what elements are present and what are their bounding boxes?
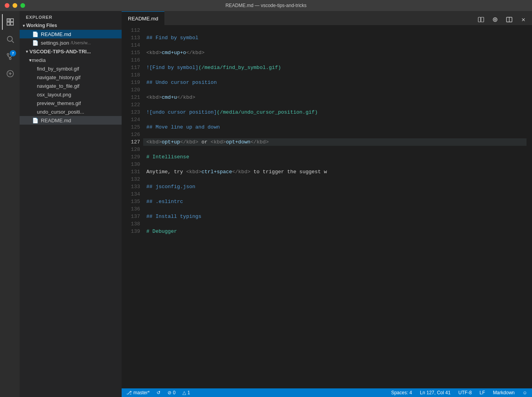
kbd-content: opt+up (162, 138, 180, 146)
code-line-137: ## Install typings (143, 213, 527, 220)
tag-open: <kbd> (146, 49, 162, 56)
search-activity-icon[interactable] (2, 31, 18, 47)
source-control-activity-icon[interactable]: 7 (2, 49, 18, 64)
tag-close: </kbd> (186, 49, 204, 56)
spaces-status[interactable]: Spaces: 4 (390, 388, 414, 397)
sync-icon: ↺ (157, 390, 160, 395)
tag-open: <kbd> (146, 94, 162, 101)
scrollbar[interactable] (527, 25, 532, 388)
media-filename: find_by_symbol.gif (37, 66, 79, 72)
tag-close: </kbd> (177, 94, 195, 101)
tab-readme[interactable]: README.md (122, 11, 164, 25)
code-line-114 (143, 42, 527, 49)
branch-status[interactable]: ⎇ master* (125, 388, 151, 397)
language-status[interactable]: Markdown (491, 388, 516, 397)
media-folder[interactable]: ▾ media (20, 56, 122, 64)
media-label: media (32, 57, 46, 63)
file-item-readme-root[interactable]: 📄 README.md (20, 116, 122, 125)
file-item-readme-working[interactable]: 📄 README.md (20, 30, 122, 38)
code-line-112 (143, 27, 527, 34)
svg-line-2 (12, 41, 14, 43)
minimize-button[interactable] (13, 3, 17, 8)
sync-status[interactable]: ↺ (155, 388, 162, 397)
media-filename: osx_layout.png (37, 92, 71, 98)
file-name: README.md (41, 31, 71, 37)
media-file-1[interactable]: find_by_symbol.gif (20, 64, 122, 73)
tag-close: </kbd> (180, 138, 199, 146)
svg-rect-13 (478, 17, 481, 22)
status-bar: ⎇ master* ↺ ⊘ 0 △ 1 Spaces: 4 Ln 127 (122, 388, 532, 397)
code-editor[interactable]: ## Find by symbol <kbd>cmd+up+o</kbd> ![… (143, 25, 527, 388)
split-editor-icon[interactable] (504, 14, 515, 25)
heading-token: ## Find by symbol (146, 34, 199, 42)
file-item-settings[interactable]: 📄 settings.json /Users/w... (20, 38, 122, 47)
plain-text: Anytime, try (146, 168, 186, 176)
window-controls[interactable] (5, 3, 25, 8)
svg-point-5 (9, 58, 11, 60)
media-file-2[interactable]: navigate_history.gif (20, 73, 122, 82)
code-line-123: ![undo cursor position](/media/undo_curs… (143, 109, 527, 116)
code-line-130 (143, 161, 527, 168)
svg-rect-14 (481, 17, 484, 22)
branch-icon: ⎇ (126, 390, 132, 395)
svg-point-15 (493, 18, 497, 22)
code-line-131: Anytime, try <kbd>ctrl+space</kbd> to tr… (143, 168, 527, 176)
errors-status[interactable]: ⊘ 0 (166, 388, 177, 397)
close-button[interactable] (5, 3, 9, 8)
working-files-section[interactable]: ▾ Working Files (20, 21, 122, 30)
preview-icon[interactable] (490, 14, 501, 25)
line-col-status[interactable]: Ln 127, Col 41 (418, 388, 452, 397)
line-ending-label: LF (479, 390, 485, 395)
code-line-113: ## Find by symbol (143, 34, 527, 42)
kbd-content2: opt+down (226, 138, 250, 146)
heading-token: ## jsconfig.json (146, 183, 195, 190)
working-files-label: Working Files (26, 23, 57, 28)
activity-bar: 7 (0, 11, 20, 397)
tag-open: <kbd> (146, 138, 162, 146)
line-col-label: Ln 127, Col 41 (420, 390, 450, 395)
file-icon: 📄 (32, 118, 38, 123)
window-title: README.md — vscode-tips-and-tricks (226, 3, 307, 8)
h1-token: # Intellisense (146, 153, 189, 161)
media-arrow: ▾ (29, 57, 32, 63)
warnings-status[interactable]: △ 1 (181, 388, 191, 397)
toggle-sidebar-icon[interactable] (476, 14, 486, 25)
h1-token: # Debugger (146, 228, 177, 235)
media-file-5[interactable]: preview_themes.gif (20, 99, 122, 107)
spaces-label: Spaces: 4 (391, 390, 412, 395)
branch-label: master* (133, 390, 149, 395)
code-line-115: <kbd>cmd+up+o</kbd> (143, 49, 527, 56)
code-line-135: ## .eslintrc (143, 198, 527, 205)
heading-token: ## Undo cursor position (146, 79, 217, 86)
file-icon: 📄 (32, 40, 38, 46)
tag-open: <kbd> (186, 168, 201, 176)
explorer-activity-icon[interactable] (2, 14, 18, 30)
media-file-6[interactable]: undo_cursor_positi... (20, 107, 122, 116)
code-line-133: ## jsconfig.json (143, 183, 527, 190)
smiley-status[interactable]: ☺ (521, 388, 529, 397)
img-link: (/media/find_by_symbol.gif) (199, 64, 281, 71)
kbd-content: cmd+up+o (162, 49, 186, 56)
editor-content[interactable]: 112 113 114 115 116 117 118 119 120 121 … (122, 25, 532, 388)
close-editor-icon[interactable]: ✕ (518, 14, 529, 25)
source-control-badge: 7 (10, 50, 16, 56)
line-ending-status[interactable]: LF (478, 388, 486, 397)
heading-token: ## Move line up and down (146, 123, 220, 131)
encoding-status[interactable]: UTF-8 (457, 388, 473, 397)
media-file-4[interactable]: osx_layout.png (20, 90, 122, 99)
folder-vscode-tips[interactable]: ▾ VSCODE-TIPS-AND-TRI... (20, 47, 122, 56)
plain-text2: to trigger the suggest w (250, 168, 327, 176)
code-line-121: <kbd>cmd+u</kbd> (143, 94, 527, 101)
folder-label: VSCODE-TIPS-AND-TRI... (29, 49, 91, 54)
code-line-134 (143, 190, 527, 198)
status-left: ⎇ master* ↺ ⊘ 0 △ 1 (125, 388, 191, 397)
media-filename: preview_themes.gif (37, 100, 81, 106)
code-line-129: # Intellisense (143, 153, 527, 161)
code-line-128 (143, 146, 527, 153)
media-file-3[interactable]: navigate_to_file.gif (20, 82, 122, 90)
maximize-button[interactable] (20, 3, 25, 8)
warnings-label: △ 1 (182, 390, 190, 395)
file-icon: 📄 (32, 31, 38, 37)
status-right: Spaces: 4 Ln 127, Col 41 UTF-8 LF Markdo… (390, 388, 529, 397)
extensions-activity-icon[interactable] (2, 66, 18, 82)
